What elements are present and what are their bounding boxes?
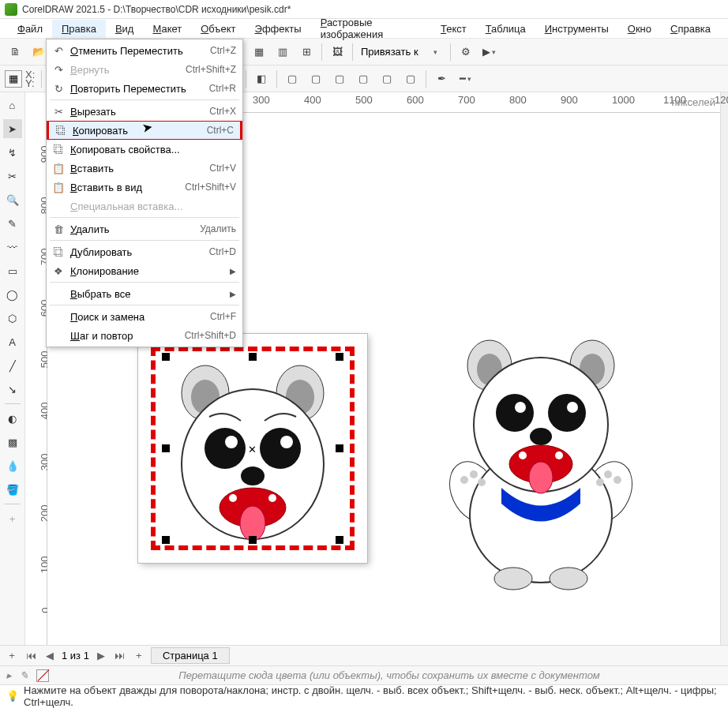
svg-point-5 <box>205 428 246 469</box>
add-page-icon[interactable]: + <box>5 649 19 663</box>
first-page-icon[interactable]: ⏮ <box>24 649 38 663</box>
launch-icon[interactable]: ▶ <box>479 42 500 62</box>
crop-tool-icon[interactable]: ✂ <box>3 167 22 185</box>
align-l-icon[interactable]: ▢ <box>282 69 302 89</box>
freehand-tool-icon[interactable]: ✎ <box>3 214 22 233</box>
menu-текст[interactable]: Текст <box>431 20 476 38</box>
svg-point-24 <box>496 394 534 432</box>
menu-макет[interactable]: Макет <box>143 20 191 38</box>
toolbox[interactable]: ⌂ ➤ ↯ ✂ 🔍 ✎ 〰 ▭ ◯ ⬡ A ╱ ↘ ◐ ▩ 💧 🪣 + <box>0 92 25 645</box>
svg-point-34 <box>470 470 478 478</box>
rectangle-tool-icon[interactable]: ▭ <box>3 261 22 280</box>
add-page-after-icon[interactable]: + <box>132 649 146 663</box>
svg-point-8 <box>280 436 293 448</box>
align-c-icon[interactable]: ▢ <box>306 69 326 89</box>
menu-item[interactable]: Поиск и заменаCtrl+F <box>47 307 242 326</box>
menu-вид[interactable]: Вид <box>106 20 144 38</box>
window-title: CorelDRAW 2021.5 - D:\Творчество\CDR исх… <box>22 4 291 15</box>
shadow-tool-icon[interactable]: ◐ <box>3 409 22 428</box>
home-icon[interactable]: ⌂ <box>3 96 22 114</box>
svg-point-25 <box>515 402 526 413</box>
menu-справка[interactable]: Справка <box>661 20 720 38</box>
image-icon[interactable]: 🖼 <box>327 42 347 62</box>
menu-bar[interactable]: ФайлПравкаВидМакетОбъектЭффектыРастровые… <box>0 19 728 39</box>
shape-tool-icon[interactable]: ↯ <box>3 143 22 162</box>
menu-item[interactable]: 📋ВставитьCtrl+V <box>47 159 242 178</box>
menu-item: Специальная вставка... <box>47 197 242 215</box>
prev-page-icon[interactable]: ◀ <box>43 649 57 663</box>
menu-файл[interactable]: Файл <box>8 20 52 38</box>
menu-правка[interactable]: Правка <box>52 20 106 38</box>
menu-item[interactable]: ❖Клонирование▶ <box>47 261 242 280</box>
add-tool-icon[interactable]: + <box>3 509 22 528</box>
dog-full-artwork[interactable] <box>426 334 655 594</box>
menu-таблица[interactable]: Таблица <box>476 20 535 38</box>
status-bar: 💡 Нажмите на объект дважды для поворота/… <box>0 684 728 706</box>
svg-point-30 <box>529 462 553 493</box>
dimension-tool-icon[interactable]: ╱ <box>3 356 22 375</box>
outline-width-icon[interactable]: ━ <box>455 69 475 89</box>
svg-point-33 <box>460 476 468 484</box>
menu-item[interactable]: ⿻Копировать свойства... <box>47 140 242 159</box>
svg-point-9 <box>241 467 265 485</box>
menu-инструменты[interactable]: Инструменты <box>535 20 618 38</box>
polygon-tool-icon[interactable]: ⬡ <box>3 309 22 328</box>
svg-point-12 <box>229 494 237 502</box>
palette-hint: Перетащите сюда цвета (или объекты), что… <box>57 669 722 681</box>
menu-item[interactable]: ↶Отменить ПереместитьCtrl+Z <box>47 41 242 60</box>
artistic-tool-icon[interactable]: 〰 <box>3 238 22 257</box>
grid-icon[interactable]: ▦ <box>249 42 269 62</box>
palette-arrow-icon[interactable]: ▸ <box>6 669 12 681</box>
eyedropper-tool-icon[interactable]: 💧 <box>3 456 22 475</box>
settings-icon[interactable]: ⚙ <box>456 42 476 62</box>
page-tab[interactable]: Страница 1 <box>151 647 230 664</box>
menu-item[interactable]: Шаг и повторCtrl+Shift+D <box>47 326 242 345</box>
svg-point-35 <box>478 478 486 486</box>
guides-icon[interactable]: ▥ <box>272 42 293 62</box>
menu-объект[interactable]: Объект <box>191 20 245 38</box>
menu-окно[interactable]: Окно <box>618 20 661 38</box>
menu-item[interactable]: 🗑УдалитьУдалить <box>47 219 242 238</box>
svg-point-26 <box>548 394 586 432</box>
menu-item[interactable]: ⿻ДублироватьCtrl+D <box>47 242 242 261</box>
menu-item[interactable]: ✂ВырезатьCtrl+X <box>47 102 242 121</box>
snap-to-dropdown-icon[interactable] <box>425 42 445 62</box>
align-t-icon[interactable]: ▢ <box>353 69 373 89</box>
document-palette[interactable]: ▸ ✎ Перетащите сюда цвета (или объекты),… <box>0 665 728 684</box>
transparency-tool-icon[interactable]: ▩ <box>3 433 22 452</box>
edit-menu-dropdown[interactable]: ↶Отменить ПереместитьCtrl+Z↷ВернутьCtrl+… <box>46 39 243 347</box>
vertical-ruler: 9008007006005004003002001000 <box>25 92 47 645</box>
outline-pen-icon[interactable]: ✒ <box>431 69 452 89</box>
svg-point-13 <box>268 494 276 502</box>
svg-point-6 <box>225 436 238 448</box>
text-tool-icon[interactable]: A <box>3 332 22 351</box>
menu-item[interactable]: Выбрать все▶ <box>47 284 242 303</box>
fill-tool-icon[interactable]: 🪣 <box>3 480 22 499</box>
menu-эффекты[interactable]: Эффекты <box>246 20 311 38</box>
zoom-tool-icon[interactable]: 🔍 <box>3 190 22 209</box>
align-r-icon[interactable]: ▢ <box>329 69 350 89</box>
last-page-icon[interactable]: ⏭ <box>113 649 127 663</box>
ellipse-tool-icon[interactable]: ◯ <box>3 285 22 304</box>
connector-tool-icon[interactable]: ↘ <box>3 380 22 399</box>
menu-item[interactable]: ↻Повторить ПереместитьCtrl+R <box>47 79 242 98</box>
page-navigator[interactable]: + ⏮ ◀ 1 из 1 ▶ ⏭ + Страница 1 <box>0 645 728 665</box>
align-m-icon[interactable]: ▢ <box>377 69 397 89</box>
order-icon[interactable]: ◧ <box>251 69 272 89</box>
new-doc-icon[interactable]: 🗎 <box>5 42 25 62</box>
no-fill-icon[interactable] <box>36 669 49 682</box>
pick-tool-icon[interactable]: ➤ <box>3 119 22 138</box>
svg-point-36 <box>596 478 604 486</box>
menu-item[interactable]: 📋Вставить в видCtrl+Shift+V <box>47 178 242 197</box>
next-page-icon[interactable]: ▶ <box>94 649 108 663</box>
color-palette-strip[interactable] <box>720 92 728 645</box>
eyedropper-icon[interactable]: ✎ <box>20 669 28 681</box>
powerclip-container[interactable]: ✕ <box>138 334 367 563</box>
center-marker-icon: ✕ <box>248 444 257 453</box>
snap-to-label[interactable]: Привязать к <box>358 46 422 58</box>
snap-icon[interactable]: ⊞ <box>296 42 317 62</box>
hint-icon: 💡 <box>6 690 19 702</box>
svg-point-28 <box>530 428 552 445</box>
align-b-icon[interactable]: ▢ <box>400 69 421 89</box>
menu-растровые изображения[interactable]: Растровые изображения <box>311 13 431 43</box>
